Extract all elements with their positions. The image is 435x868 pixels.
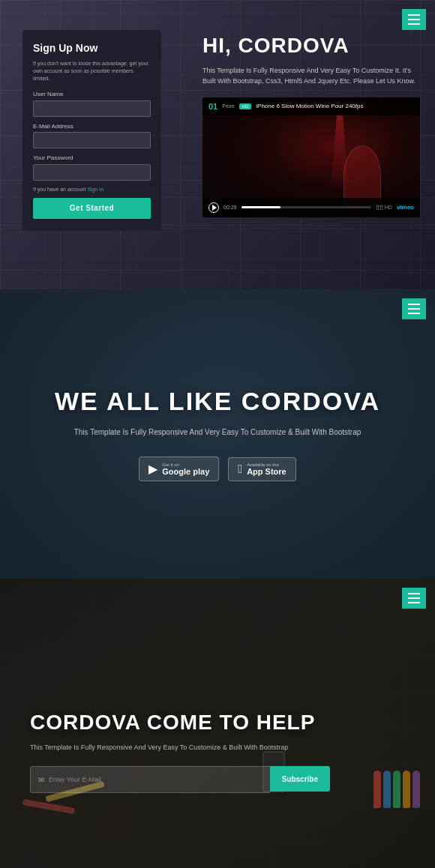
section-subscribe: CORDOVA COME TO HELP This Template Is Fu… [0,579,435,868]
get-started-button[interactable]: Get Started [33,198,151,219]
email-subscribe-input[interactable] [49,767,262,792]
subscribe-heading: CORDOVA COME TO HELP [30,711,315,735]
email-field-group: E-Mail Address [33,123,151,149]
menu-line [408,14,420,16]
google-play-icon: ▶ [148,462,158,476]
vimeo-logo: vimeo [397,204,414,211]
hero-heading: HI, CORDOVA [202,34,420,58]
play-icon [212,205,217,211]
menu-line [408,597,420,599]
username-input[interactable] [33,100,151,117]
signin-text: If you have an account Sign In [33,187,151,192]
promo-description: This Template Is Fully Responsive And Ve… [74,427,362,438]
signup-title: Sign Up Now [33,42,151,54]
menu-line [408,593,420,594]
password-label: Your Password [33,154,151,161]
video-progress-bar[interactable] [242,206,371,208]
menu-button-3[interactable] [402,588,426,609]
subscribe-description: This Template Is Fully Responsive And Ve… [30,742,288,753]
google-play-button[interactable]: ▶ Get it on Google play [139,456,219,481]
signin-link[interactable]: Sign In [87,187,104,192]
promo-heading: WE ALL LIKE CORDOVA [55,387,380,416]
menu-line [408,602,420,603]
password-input[interactable] [33,164,151,181]
google-play-name: Google play [162,467,209,476]
hd-badge: ⣿⣿ HD [376,205,392,211]
email-label: E-Mail Address [33,123,151,130]
google-play-text: Get it on Google play [162,462,209,476]
section-hero: Sign Up Now If you don't want to loose t… [0,0,435,289]
play-button[interactable] [208,202,219,213]
username-label: User Name [33,91,151,97]
app-store-text: Available on the App Store [247,462,286,476]
email-icon: ✉ [38,776,44,784]
menu-line [408,23,420,25]
signup-subtitle: If you don't want to loose this advantag… [33,60,151,82]
app-store-button[interactable]:  Available on the App Store [228,457,296,481]
subscribe-button[interactable]: Subscribe [270,766,330,792]
video-progress-fill [242,206,280,208]
menu-line [408,304,420,305]
wine-glass [344,145,381,205]
password-field-group: Your Password [33,154,151,181]
video-from: From [222,103,234,109]
promo-content: WE ALL LIKE CORDOVA This Template Is Ful… [0,289,435,579]
username-field-group: User Name [33,91,151,117]
section-app-promo: WE ALL LIKE CORDOVA This Template Is Ful… [0,289,435,579]
hero-description: This Template Is Fully Responsive And Ve… [202,65,420,87]
video-title: iPhone 6 Slow Motion Wine Pour 240fps [256,103,363,109]
video-timecode: 00:29 [224,205,237,210]
hero-right-content: HI, CORDOVA This Template Is Fully Respo… [202,34,420,217]
email-input[interactable] [33,132,151,148]
email-subscribe-row: ✉ Subscribe [30,766,330,793]
video-top-bar: 01 From HD iPhone 6 Slow Motion Wine Pou… [202,97,420,115]
video-controls: 00:29 ⣿⣿ HD vimeo [202,198,420,217]
video-player[interactable]: 01 From HD iPhone 6 Slow Motion Wine Pou… [202,97,420,217]
menu-button[interactable] [402,9,426,30]
signup-card: Sign Up Now If you don't want to loose t… [22,30,161,231]
video-badge: HD [239,103,252,109]
menu-line [408,313,420,314]
menu-line [408,19,420,20]
email-input-wrapper: ✉ [30,766,270,793]
apple-icon:  [238,462,242,476]
menu-line [408,308,420,310]
app-store-name: App Store [247,467,286,476]
store-buttons: ▶ Get it on Google play  Available on t… [139,456,296,481]
subscribe-content: CORDOVA COME TO HELP This Template Is Fu… [0,639,435,823]
menu-button-2[interactable] [402,298,426,319]
video-number: 01 [208,102,218,111]
